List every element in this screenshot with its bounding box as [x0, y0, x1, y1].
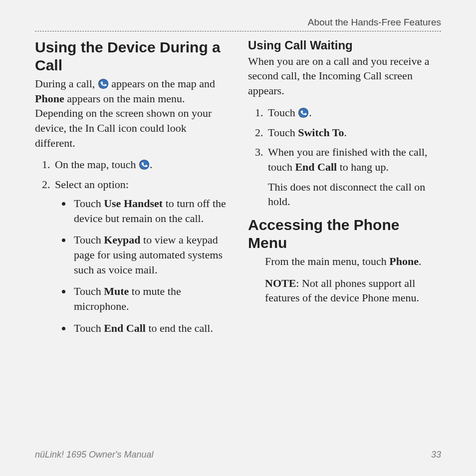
accessing-phone-menu-body: From the main menu, touch Phone. NOTE: N… — [265, 254, 441, 305]
right-step-1: Touch . — [266, 105, 441, 120]
right-step-2: Touch Switch To. — [266, 125, 441, 140]
phone-icon — [298, 107, 309, 118]
list-item: Touch Use Handset to turn off the device… — [72, 196, 228, 226]
right-column: Using Call Waiting When you are on a cal… — [248, 38, 441, 342]
right-step-3-note: This does not disconnect the call on hol… — [268, 180, 441, 209]
access-step: From the main menu, touch Phone. — [265, 254, 441, 269]
heading-using-device-during-call: Using the Device During a Call — [35, 38, 228, 74]
list-item: Touch Mute to mute the microphone. — [72, 284, 228, 313]
header-divider — [35, 31, 441, 31]
left-step-1: On the map, touch . — [53, 157, 228, 172]
heading-call-waiting: Using Call Waiting — [248, 38, 441, 53]
list-item: Touch Keypad to view a keypad page for u… — [72, 233, 228, 277]
running-header: About the Hands-Free Features — [35, 17, 441, 31]
right-step-3: When you are finished with the call, tou… — [266, 145, 441, 209]
heading-accessing-phone-menu: Accessing the Phone Menu — [248, 216, 441, 252]
call-waiting-intro: When you are on a call and you receive a… — [248, 54, 441, 98]
section-name: About the Hands-Free Features — [308, 17, 441, 27]
left-options: Touch Use Handset to turn off the device… — [55, 196, 228, 336]
footer-title: nüLink! 1695 Owner's Manual — [35, 450, 154, 460]
content-columns: Using the Device During a Call During a … — [35, 38, 441, 342]
footer-page-number: 33 — [431, 450, 441, 460]
access-note: NOTE: Not all phones support all feature… — [265, 276, 441, 305]
phone-icon — [98, 78, 109, 89]
intro-paragraph: During a call, appears on the map and Ph… — [35, 76, 228, 150]
right-steps: Touch . Touch Switch To. When you are fi… — [248, 105, 441, 209]
list-item: Touch End Call to end the call. — [72, 321, 228, 336]
left-step-2: Select an option: Touch Use Handset to t… — [53, 177, 228, 335]
left-column: Using the Device During a Call During a … — [35, 38, 228, 342]
left-steps: On the map, touch . Select an option: To… — [35, 157, 228, 335]
phone-icon — [139, 159, 150, 170]
page-footer: nüLink! 1695 Owner's Manual 33 — [35, 450, 441, 460]
